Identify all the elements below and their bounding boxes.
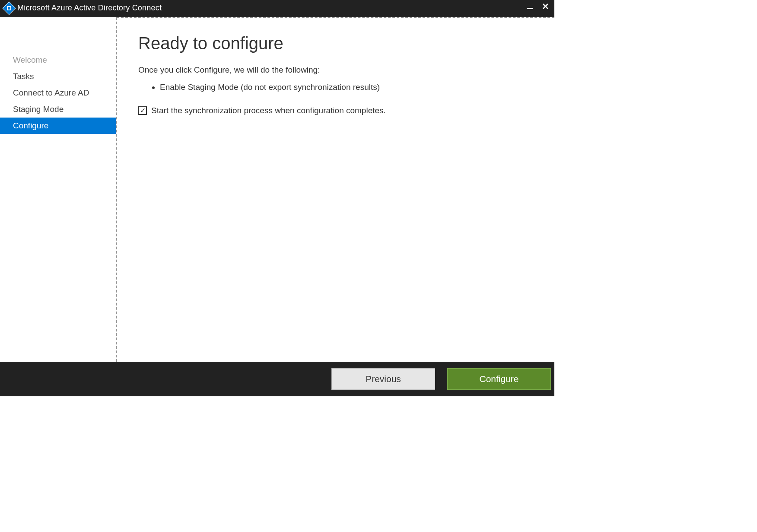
previous-button[interactable]: Previous — [331, 368, 435, 390]
sidebar-item-configure[interactable]: Configure — [0, 118, 116, 134]
body-area: Welcome Tasks Connect to Azure AD Stagin… — [0, 17, 554, 362]
window-title: Microsoft Azure Active Directory Connect — [17, 3, 526, 12]
previous-button-label: Previous — [366, 374, 401, 384]
titlebar: Microsoft Azure Active Directory Connect… — [0, 0, 554, 17]
close-icon: ✕ — [542, 2, 549, 11]
sidebar-item-tasks[interactable]: Tasks — [0, 68, 116, 85]
start-sync-option: ✓ Start the synchronization process when… — [138, 106, 533, 115]
close-button[interactable]: ✕ — [541, 3, 549, 10]
configure-button-label: Configure — [479, 374, 518, 384]
sidebar-item-welcome[interactable]: Welcome — [0, 52, 116, 68]
main-content: Ready to configure Once you click Config… — [117, 17, 554, 362]
footer: Previous Configure — [0, 362, 554, 396]
app-window: Microsoft Azure Active Directory Connect… — [0, 0, 554, 396]
minimize-button[interactable] — [526, 3, 534, 10]
intro-text: Once you click Configure, we will do the… — [138, 65, 533, 75]
window-controls: ✕ — [526, 3, 549, 10]
start-sync-checkbox[interactable]: ✓ — [138, 106, 147, 115]
start-sync-label: Start the synchronization process when c… — [151, 106, 386, 115]
page-heading: Ready to configure — [138, 34, 533, 53]
action-list: Enable Staging Mode (do not export synch… — [160, 81, 533, 94]
checkmark-icon: ✓ — [140, 107, 146, 114]
sidebar-item-connect-azure-ad[interactable]: Connect to Azure AD — [0, 85, 116, 101]
sidebar-item-staging-mode[interactable]: Staging Mode — [0, 101, 116, 118]
sidebar-item-label: Welcome — [13, 55, 47, 64]
sidebar-item-label: Connect to Azure AD — [13, 88, 89, 97]
configure-button[interactable]: Configure — [447, 368, 551, 390]
sidebar-item-label: Configure — [13, 121, 48, 130]
sidebar-item-label: Tasks — [13, 72, 34, 81]
minimize-icon — [527, 8, 533, 9]
sidebar-item-label: Staging Mode — [13, 105, 64, 114]
sidebar: Welcome Tasks Connect to Azure AD Stagin… — [0, 17, 117, 362]
action-list-item: Enable Staging Mode (do not export synch… — [160, 81, 533, 94]
app-logo-icon — [2, 1, 16, 15]
